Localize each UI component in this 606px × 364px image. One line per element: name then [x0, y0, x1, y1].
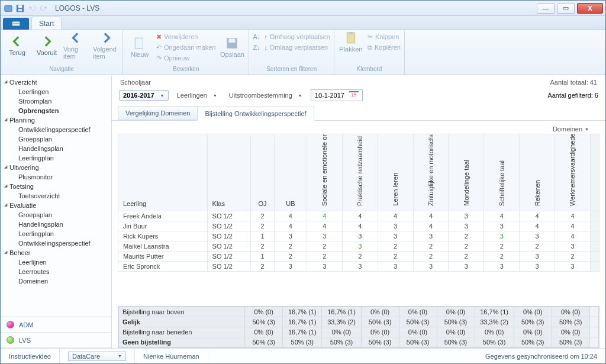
dot-icon-green [7, 336, 14, 344]
nav-item[interactable]: Groepsplan [1, 210, 111, 220]
new-button[interactable]: Nieuw [127, 37, 153, 58]
module-adm[interactable]: ADM [1, 317, 111, 333]
domeinen-dropdown[interactable]: Domeinen [553, 125, 589, 133]
nav-item[interactable]: Groepsplan [1, 134, 111, 144]
table-row[interactable]: Eric SpronckSO 1/22333333333 [118, 262, 599, 272]
sort-desc-button[interactable]: Z↓ [253, 42, 260, 53]
nav-item[interactable]: Leerlijnen [1, 257, 111, 267]
nav-item[interactable]: Opbrengsten [1, 106, 111, 115]
nav-item[interactable]: Stroomplan [1, 96, 111, 106]
tab-start[interactable]: Start [31, 17, 62, 30]
dot-icon-pink [7, 321, 14, 328]
summary-row: Bijstelling naar boven0% (0)16,7% (1)16,… [119, 307, 599, 317]
ribbon: Terug Vooruit Vorig item Volgend item Na… [1, 30, 605, 75]
nav-group[interactable]: Overzicht [1, 78, 111, 87]
nav-prev-button[interactable]: Vorig item [63, 31, 89, 60]
datacare-combo[interactable]: DataCare [68, 352, 126, 361]
tab-bijstelling[interactable]: Bijstelling Ontwikkelingsperspectief [197, 107, 314, 121]
module-lvs[interactable]: LVS [1, 333, 111, 348]
main-panel: Schooljaar Aantal totaal: 41 2016-2017 L… [112, 75, 605, 348]
table-row[interactable]: Freek AndelaSO 1/22444443444 [118, 211, 599, 221]
redo-button[interactable]: ↷Opnieuw [156, 53, 215, 63]
nav-group[interactable]: Planning [1, 115, 111, 125]
svg-rect-3 [18, 8, 22, 11]
ribbon-group-nav-label: Navigatie [4, 66, 119, 73]
nav-item[interactable]: Ontwikkelingsperspectief [1, 125, 111, 134]
nav-item[interactable]: Plusmonitor [1, 172, 111, 182]
table-row[interactable]: Maikel LaanstraSO 1/22223222223 [118, 241, 599, 252]
col-d1[interactable]: Praktische redzaamheid [342, 134, 378, 211]
col-d7[interactable]: Werknemersvaardigheden [555, 134, 591, 211]
col-d5[interactable]: Schriftelijke taal [484, 134, 520, 211]
module-bar: ADM LVS [1, 317, 111, 348]
schooljaar-label: Schooljaar [120, 79, 151, 86]
data-grid: Leerling Klas OJ UB Sociale en emotionel… [118, 134, 599, 272]
svg-rect-2 [18, 5, 22, 7]
leerlingen-combo[interactable]: Leerlingen [173, 91, 221, 100]
redo-icon[interactable] [38, 3, 49, 14]
schooljaar-combo[interactable]: 2016-2017 [119, 90, 169, 101]
nav-item[interactable]: Ontwikkelingsperspectief [1, 239, 111, 248]
col-klas[interactable]: Klas [207, 134, 251, 211]
nav-item[interactable]: Toetsoverzicht [1, 191, 111, 201]
ribbon-tabstrip: Start [1, 16, 605, 30]
col-d6[interactable]: Rekenen [520, 134, 555, 211]
nav-item[interactable]: Leerlingplan [1, 229, 111, 239]
nav-next-button[interactable]: Volgend item [93, 31, 119, 60]
nav-item[interactable]: Handelingsplan [1, 144, 111, 153]
svg-rect-0 [5, 5, 12, 11]
nav-tree: OverzichtLeerlingenStroomplanOpbrengsten… [1, 75, 111, 317]
tab-vergelijking[interactable]: Vergelijking Domeinen [118, 106, 198, 120]
nav-item[interactable]: Domeinen [1, 276, 111, 286]
datum-input[interactable]: 10-1-2017 [311, 89, 363, 101]
totaal-label: Aantal totaal: 41 [550, 79, 597, 86]
nav-group[interactable]: Toetsing [1, 182, 111, 191]
undo-button[interactable]: ↶Ongedaan maken [156, 42, 215, 53]
paste-button[interactable]: Plakken [338, 31, 364, 53]
cut-button[interactable]: ✂Knippen [368, 31, 401, 42]
svg-rect-7 [229, 38, 236, 43]
minimize-button[interactable]: — [537, 3, 555, 14]
col-d0[interactable]: Sociale en emotionele ontwikkeling [307, 134, 342, 211]
nav-group[interactable]: Beheer [1, 248, 111, 257]
summary-row: Geen bijstelling50% (3)50% (3)50% (3)50%… [119, 337, 599, 347]
close-button[interactable]: X [577, 3, 603, 14]
nav-item[interactable]: Handelingsplan [1, 220, 111, 229]
copy-button[interactable]: ⧉Kopiëren [368, 42, 401, 53]
save-icon[interactable] [15, 3, 25, 14]
nav-item[interactable]: Leerlingen [1, 87, 111, 96]
calendar-icon[interactable] [349, 91, 359, 99]
window-title: LOGOS - LVS [55, 4, 99, 12]
file-tab[interactable] [3, 18, 29, 30]
col-d3[interactable]: Zintuiglijke en motorische ontwikkeling [413, 134, 449, 211]
nav-item[interactable]: Leerlingplan [1, 153, 111, 163]
move-up-button[interactable]: ↑Omhoog verplaatsen [264, 31, 330, 42]
nav-back-button[interactable]: Terug [4, 35, 30, 56]
move-down-button[interactable]: ↓Omlaag verplaatsen [264, 42, 330, 53]
sort-asc-button[interactable]: A↓ [253, 31, 260, 42]
instructievideo-link[interactable]: Instructievideo [1, 349, 60, 363]
table-row[interactable]: Rick KupersSO 1/21333332334 [118, 231, 599, 241]
nav-item[interactable]: Leerroutes [1, 267, 111, 276]
statusbar: Instructievideo DataCare Nienke Huurnema… [1, 348, 605, 363]
gefilterd-label: Aantal gefilterd: 6 [547, 92, 598, 99]
grid-scrollbar[interactable] [590, 134, 599, 211]
maximize-button[interactable]: ▭ [557, 3, 575, 14]
table-row[interactable]: Maurits PutterSO 1/21222222232 [118, 252, 599, 262]
col-oj[interactable]: OJ [251, 134, 274, 211]
delete-button[interactable]: ✖Verwijderen [156, 31, 215, 42]
col-d2[interactable]: Leren leren [378, 134, 413, 211]
save-button[interactable]: Opslaan [219, 37, 245, 58]
col-ub[interactable]: UB [274, 134, 307, 211]
col-leerling[interactable]: Leerling [118, 134, 208, 211]
table-row[interactable]: Jiri BuurSO 1/22444343344 [118, 221, 599, 231]
app-icon [3, 3, 14, 14]
col-d4[interactable]: Mondelinge taal [449, 134, 484, 211]
nav-group[interactable]: Uitvoering [1, 163, 111, 172]
content-tabs: Vergelijking Domeinen Bijstelling Ontwik… [112, 105, 605, 121]
undo-icon[interactable] [27, 3, 37, 14]
nav-group[interactable]: Evaluatie [1, 201, 111, 210]
summary-grid: Bijstelling naar boven0% (0)16,7% (1)16,… [118, 306, 599, 348]
nav-fwd-button[interactable]: Vooruit [34, 35, 60, 56]
uitstroom-combo[interactable]: Uitstroombestemming [225, 91, 306, 100]
